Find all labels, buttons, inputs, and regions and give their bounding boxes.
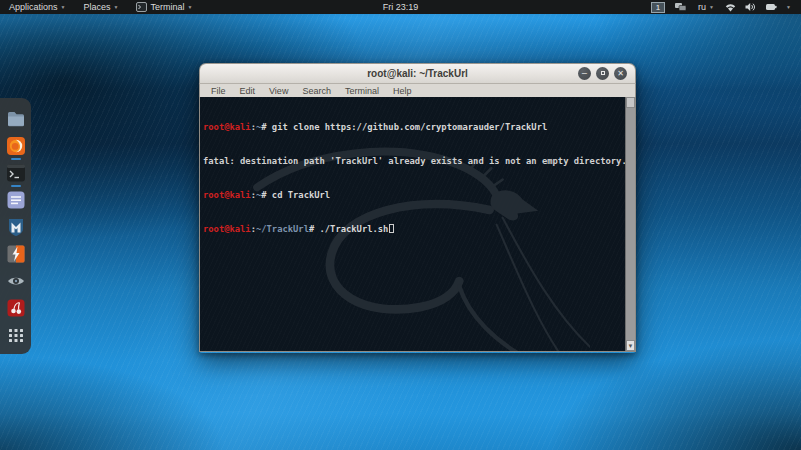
browser-icon [6, 136, 26, 156]
chevron-down-icon: ▼ [114, 5, 119, 10]
dock-item-files[interactable] [5, 108, 26, 129]
running-indicator [11, 158, 21, 160]
terminal-line: root@kali:~/TrackUrl# ./TrackUrl.sh [203, 224, 625, 235]
window-menubar: File Edit View Search Terminal Help [199, 84, 636, 97]
files-icon [6, 109, 26, 129]
top-panel: Applications ▼ Places ▼ Terminal ▼ Fri 2… [0, 0, 801, 14]
places-menu[interactable]: Places ▼ [74, 0, 127, 14]
terminal-window-icon [136, 2, 147, 12]
running-indicator [11, 185, 21, 187]
close-button[interactable]: ✕ [614, 67, 627, 80]
menu-terminal[interactable]: Terminal [338, 86, 386, 96]
dock [0, 98, 31, 354]
system-menu-chevron-icon[interactable]: ▼ [786, 5, 791, 10]
menu-help[interactable]: Help [386, 86, 419, 96]
applications-label: Applications [9, 2, 58, 12]
terminal-line: root@kali:~# cd TrackUrl [203, 190, 625, 201]
terminal-line: fatal: destination path 'TrackUrl' alrea… [203, 156, 625, 167]
window-title: root@kali: ~/TrackUrl [200, 68, 635, 79]
armitage-icon [6, 244, 26, 264]
terminal-line: root@kali:~# git clone https://github.co… [203, 122, 625, 133]
dock-item-armitage[interactable] [5, 243, 26, 264]
clock[interactable]: Fri 23:19 [383, 2, 419, 12]
places-label: Places [83, 2, 110, 12]
dock-item-browser[interactable] [5, 135, 26, 156]
dock-item-eye-app[interactable] [5, 270, 26, 291]
minimize-button[interactable]: ─ [578, 67, 591, 80]
scroll-down-button[interactable]: ▼ [626, 340, 635, 351]
cherrytree-icon [6, 298, 26, 318]
chevron-down-icon: ▼ [709, 5, 714, 10]
menu-search[interactable]: Search [295, 86, 338, 96]
terminal-menu-label: Terminal [150, 2, 184, 12]
eye-icon [6, 271, 26, 291]
text-editor-icon [6, 190, 26, 210]
dock-item-text-editor[interactable] [5, 189, 26, 210]
terminal-scrollbar[interactable]: ▼ [625, 97, 635, 351]
menu-file[interactable]: File [204, 86, 233, 96]
menu-view[interactable]: View [262, 86, 295, 96]
volume-icon[interactable] [745, 2, 756, 12]
battery-icon[interactable] [765, 2, 777, 12]
terminal-output: root@kali:~# git clone https://github.co… [200, 97, 625, 259]
tray-screens-icon[interactable] [674, 2, 687, 12]
desktop-wallpaper: Applications ▼ Places ▼ Terminal ▼ Fri 2… [0, 0, 801, 450]
menu-edit[interactable]: Edit [233, 86, 263, 96]
applications-menu[interactable]: Applications ▼ [0, 0, 74, 14]
terminal-viewport[interactable]: root@kali:~# git clone https://github.co… [199, 97, 636, 352]
terminal-app-menu[interactable]: Terminal ▼ [127, 0, 201, 14]
chevron-down-icon: ▼ [61, 5, 66, 10]
terminal-icon [6, 163, 26, 183]
app-grid-icon [6, 325, 26, 345]
dock-item-cherrytree[interactable] [5, 297, 26, 318]
maximize-button[interactable] [596, 67, 609, 80]
terminal-cursor [389, 224, 394, 233]
dock-item-show-applications[interactable] [5, 324, 26, 345]
metasploit-icon [6, 217, 26, 237]
wifi-icon[interactable] [725, 3, 736, 12]
dock-item-terminal[interactable] [5, 162, 26, 183]
window-titlebar[interactable]: root@kali: ~/TrackUrl ─ ✕ [199, 63, 636, 84]
workspace-indicator[interactable]: 1 [651, 2, 665, 13]
dock-item-metasploit[interactable] [5, 216, 26, 237]
terminal-window: root@kali: ~/TrackUrl ─ ✕ File Edit View… [199, 63, 636, 353]
chevron-down-icon: ▼ [187, 5, 192, 10]
keyboard-layout-switcher[interactable]: ru ▼ [696, 0, 716, 14]
keyboard-layout-label: ru [698, 2, 706, 12]
scroll-up-button[interactable] [626, 97, 635, 108]
